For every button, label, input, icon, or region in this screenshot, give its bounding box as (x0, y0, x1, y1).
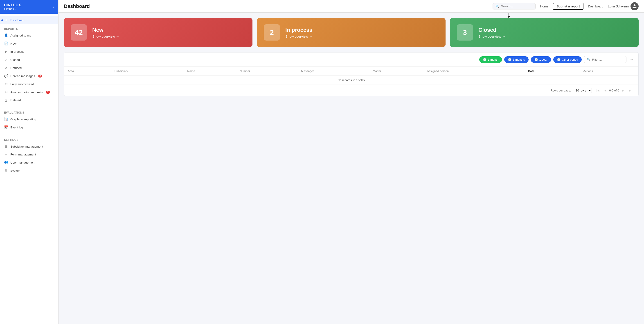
main-content: Dashboard 🔍 Home Submit a report Dashboa… (58, 0, 644, 324)
sidebar-brand: HINTBOX Hintbox 2 ‹ (0, 0, 58, 14)
sidebar-item-label: New (10, 42, 16, 45)
sidebar-nav: ⊞ Dashboard Reports 👤 Assigned to me 📄 N… (0, 14, 58, 177)
clock-icon: 🕐 (483, 58, 486, 61)
sidebar-item-label: Event log (10, 126, 23, 129)
pagination-last-button[interactable]: ►| (627, 88, 634, 93)
users-icon: 👥 (4, 160, 8, 165)
more-options-button[interactable]: ··· (629, 56, 634, 63)
sidebar-item-label: Fully anonymized (10, 82, 34, 86)
sidebar-item-in-process[interactable]: ▶ In process (0, 48, 58, 56)
anonymize-icon: ✂ (4, 82, 8, 86)
period-btn-1month[interactable]: 🕐 1 month (479, 56, 502, 63)
table-footer: Rows per page: 10 rows 25 rows 50 rows |… (64, 85, 638, 96)
trash-icon: 🗑 (4, 98, 8, 102)
submit-report-button[interactable]: Submit a report (553, 3, 583, 10)
col-matter: Matter (369, 67, 423, 76)
data-table: Area Subsidiary Name Number Messages Mat… (64, 67, 638, 85)
col-messages: Messages (298, 67, 369, 76)
sidebar-item-label: Closed (10, 58, 20, 62)
sidebar-item-assigned-to-me[interactable]: 👤 Assigned to me (0, 31, 58, 39)
search-input[interactable] (501, 5, 532, 8)
col-assigned-person: Assigned person (423, 67, 524, 76)
pagination-prev-button[interactable]: ◄ (602, 88, 608, 93)
sidebar-item-event-log[interactable]: 📅 Event log (0, 123, 58, 131)
period-btn-1year[interactable]: 🕐 1 year (531, 56, 551, 63)
no-records-message: No records to display (64, 76, 638, 85)
brand-subtitle: Hintbox 2 (4, 7, 21, 11)
user-name: Luna Schwerin (608, 5, 629, 8)
stat-cards-container: 42 New Show overview → 2 In process Show… (64, 18, 638, 47)
stat-card-link[interactable]: Show overview → (478, 35, 506, 38)
period-btn-label: 1 year (539, 58, 548, 61)
sidebar-item-unread-messages[interactable]: 💬 Unread messages 2 (0, 72, 58, 80)
sidebar-item-anonymization-requests[interactable]: ✂ Anonymization requests 1 (0, 88, 58, 96)
list-icon: ≡ (4, 152, 8, 156)
period-btn-label: Other period (562, 58, 578, 61)
stat-card-number: 3 (457, 24, 473, 41)
header-search-box[interactable]: 🔍 (492, 3, 536, 10)
period-btn-3months[interactable]: 🕐 3 months (504, 56, 528, 63)
anonymization-requests-badge: 1 (46, 91, 50, 94)
sidebar-item-graphical-reporting[interactable]: 📊 Graphical reporting (0, 115, 58, 123)
pagination-first-button[interactable]: |◄ (594, 88, 602, 93)
col-actions: Actions (580, 67, 638, 76)
sidebar-item-user-management[interactable]: 👥 User management (0, 158, 58, 167)
sidebar: HINTBOX Hintbox 2 ‹ ⊞ Dashboard Reports … (0, 0, 58, 324)
arrow-head (507, 16, 510, 18)
table-toolbar: 🕐 1 month 🕐 3 months 🕐 1 year 🕐 Other pe… (64, 53, 638, 67)
col-name: Name (184, 67, 236, 76)
sidebar-item-fully-anonymized[interactable]: ✂ Fully anonymized (0, 80, 58, 88)
sidebar-item-label: Assigned to me (10, 34, 31, 37)
stat-card-new[interactable]: 42 New Show overview → (64, 18, 252, 47)
period-btn-label: 1 month (488, 58, 498, 61)
rows-per-page-select[interactable]: 10 rows 25 rows 50 rows (573, 88, 592, 93)
brand-title: HINTBOX (4, 3, 21, 7)
stat-card-link[interactable]: Show overview → (92, 35, 119, 38)
search-icon: 🔍 (496, 5, 499, 8)
ban-icon: ⊘ (4, 66, 8, 70)
chart-icon: 📊 (4, 117, 8, 121)
file-icon: 📄 (4, 42, 8, 46)
stat-card-link[interactable]: Show overview → (285, 35, 312, 38)
active-indicator (1, 19, 3, 21)
user-menu[interactable]: Luna Schwerin (608, 2, 638, 10)
sidebar-item-closed[interactable]: ✓ Closed (0, 56, 58, 64)
sidebar-item-system[interactable]: ⚙ System (0, 167, 58, 175)
sidebar-divider (0, 106, 58, 106)
sidebar-item-new[interactable]: 📄 New (0, 39, 58, 48)
filter-search-box[interactable]: 🔍 (584, 56, 626, 63)
calendar-icon: 📅 (4, 125, 8, 129)
filter-input[interactable] (592, 58, 624, 61)
sidebar-item-refused[interactable]: ⊘ Refused (0, 64, 58, 72)
stat-card-in-process[interactable]: 2 In process Show overview → (257, 18, 446, 47)
col-date[interactable]: Date ↓ (524, 67, 580, 76)
sidebar-item-dashboard[interactable]: ⊞ Dashboard (0, 16, 58, 24)
top-header: Dashboard 🔍 Home Submit a report Dashboa… (58, 0, 644, 13)
dashboard-link[interactable]: Dashboard (588, 5, 604, 8)
settings-section-title: Settings (0, 135, 58, 142)
rows-per-page-control: Rows per page: 10 rows 25 rows 50 rows (550, 88, 592, 93)
table-body: No records to display (64, 76, 638, 85)
rows-per-page-label: Rows per page: (550, 89, 571, 92)
sidebar-item-label: System (10, 169, 20, 172)
col-subsidiary: Subsidiary (111, 67, 184, 76)
stat-card-label: New (92, 27, 119, 33)
person-icon: 👤 (4, 33, 8, 37)
pagination-next-button[interactable]: ► (620, 88, 626, 93)
sidebar-item-subsidiary-management[interactable]: ⊞ Subsidiary management (0, 142, 58, 150)
sidebar-item-deleted[interactable]: 🗑 Deleted (0, 96, 58, 104)
col-area: Area (64, 67, 111, 76)
sidebar-item-label: Deleted (10, 98, 21, 102)
anonymize-request-icon: ✂ (4, 90, 8, 94)
arrow-line (508, 13, 509, 16)
sidebar-item-label: Dashboard (10, 19, 25, 22)
chat-icon: 💬 (4, 74, 8, 78)
sidebar-item-label: Graphical reporting (10, 118, 36, 121)
stat-card-label: Closed (478, 27, 506, 33)
sidebar-collapse-button[interactable]: ‹ (53, 5, 54, 9)
sidebar-item-form-management[interactable]: ≡ Form management (0, 150, 58, 158)
period-btn-other-period[interactable]: 🕐 Other period (553, 56, 582, 63)
stat-card-closed[interactable]: 3 Closed Show overview → (450, 18, 638, 47)
home-link[interactable]: Home (540, 5, 548, 8)
sidebar-item-label: Form management (10, 153, 36, 156)
